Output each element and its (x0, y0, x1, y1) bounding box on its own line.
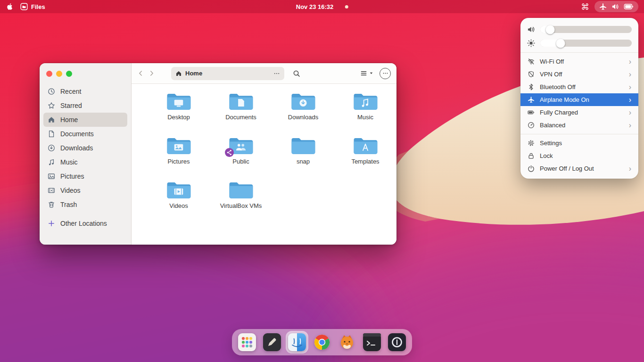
menu-item-bluetooth-off[interactable]: Bluetooth Off› (520, 81, 638, 93)
volume-slider-track[interactable] (540, 26, 632, 33)
sidebar-item-downloads[interactable]: Downloads (43, 141, 127, 155)
command-indicator-icon[interactable] (581, 3, 589, 10)
status-dot (345, 5, 348, 8)
chevron-right-icon: › (629, 71, 631, 78)
balanced-icon (528, 122, 535, 129)
menu-item-balanced[interactable]: Balanced› (520, 119, 638, 132)
sidebar-item-trash[interactable]: Trash (43, 197, 127, 212)
volume-slider-handle[interactable] (546, 25, 555, 34)
file-downloads[interactable]: Downloads (272, 91, 334, 136)
folder-icon (290, 91, 316, 111)
home-icon (175, 70, 182, 77)
topbar-right (581, 1, 638, 12)
sidebar-item-music[interactable]: Music (43, 155, 127, 169)
menu-item-lock[interactable]: Lock› (520, 149, 638, 162)
file-snap[interactable]: snap (272, 136, 334, 180)
power-icon (528, 165, 535, 172)
file-pictures[interactable]: Pictures (148, 136, 210, 180)
menu-item-power-off-log-out[interactable]: Power Off / Log Out› (520, 162, 638, 175)
file-templates[interactable]: Templates (334, 136, 396, 180)
brightness-slider-track[interactable] (540, 40, 632, 47)
fox-app-icon (338, 333, 356, 351)
volume-slider[interactable] (520, 23, 638, 36)
topbar-center: Nov 23 16:32 (296, 3, 348, 10)
dock-item-files[interactable] (288, 333, 306, 351)
folder-icon (353, 91, 378, 111)
path-menu-icon[interactable] (273, 70, 280, 77)
share-badge-icon (225, 148, 234, 157)
bluetooth-icon (528, 83, 535, 90)
pictures-icon (48, 173, 55, 180)
files-app-badge-icon (20, 3, 28, 10)
close-button[interactable] (46, 71, 52, 77)
sidebar-item-pictures[interactable]: Pictures (43, 169, 127, 183)
minimize-button[interactable] (56, 71, 62, 77)
forward-button[interactable] (148, 70, 155, 77)
terminal-app-icon (363, 333, 381, 351)
chevron-right-icon: › (629, 83, 631, 91)
sidebar: RecentStarredHomeDocumentsDownloadsMusic… (40, 63, 132, 245)
file-label: Videos (169, 202, 188, 210)
brightness-slider[interactable] (520, 36, 638, 50)
search-button[interactable] (293, 70, 300, 77)
menu-item-wi-fi-off[interactable]: Wi-Fi Off› (520, 55, 638, 68)
dock-item-editor[interactable] (263, 333, 281, 351)
sidebar-item-label: Home (60, 116, 78, 123)
home-icon (48, 116, 55, 123)
file-videos[interactable]: Videos (148, 180, 210, 224)
dock-item-app-grid[interactable] (238, 333, 256, 351)
sidebar-item-home[interactable]: Home (43, 113, 127, 127)
divider (520, 134, 638, 134)
back-button[interactable] (137, 70, 144, 77)
path-bar[interactable]: Home (171, 67, 284, 80)
menu-item-vpn-off[interactable]: VPN Off› (520, 68, 638, 81)
dock-item-terminal[interactable] (363, 333, 381, 351)
sidebar-item-other-locations[interactable]: Other Locations (43, 216, 127, 230)
file-public[interactable]: Public (210, 136, 272, 180)
battery-icon (624, 4, 634, 9)
menu-item-airplane-mode-on[interactable]: Airplane Mode On› (520, 93, 638, 106)
file-virtualbox-vms[interactable]: VirtualBox VMs (210, 180, 272, 224)
volume-icon (527, 25, 535, 33)
sidebar-item-label: Starred (60, 102, 82, 109)
dock-item-fox[interactable] (338, 333, 356, 351)
file-documents[interactable]: Documents (210, 91, 272, 136)
list-view-icon (360, 70, 367, 77)
airplane-mode-icon (599, 3, 607, 10)
battery-icon (528, 109, 535, 116)
view-toggle[interactable] (360, 70, 374, 77)
file-music[interactable]: Music (334, 91, 396, 136)
menu-item-settings[interactable]: Settings› (520, 137, 638, 149)
headerbar: Home (132, 63, 396, 84)
settings-icon (528, 140, 535, 147)
system-status-area[interactable] (594, 1, 638, 12)
chevron-right-icon: › (629, 165, 631, 173)
menu-item-label: Airplane Mode On (540, 96, 589, 103)
folder-icon (290, 136, 316, 156)
sidebar-item-label: Recent (60, 88, 81, 95)
sidebar-item-starred[interactable]: Starred (43, 99, 127, 113)
chrome-app-icon (313, 333, 331, 351)
sidebar-item-documents[interactable]: Documents (43, 127, 127, 141)
window-menu-button[interactable] (380, 68, 391, 79)
sidebar-footer-label: Other Locations (60, 220, 107, 227)
volume-icon (611, 3, 619, 10)
brightness-slider-handle[interactable] (556, 39, 565, 48)
wifi-icon (528, 58, 535, 65)
maximize-button[interactable] (66, 71, 72, 77)
starred-icon (48, 102, 55, 109)
dock-item-chrome[interactable] (313, 333, 331, 351)
menu-item-fully-charged[interactable]: Fully Charged› (520, 106, 638, 119)
apple-menu-icon[interactable] (6, 3, 13, 10)
file-desktop[interactable]: Desktop (148, 91, 210, 136)
clock[interactable]: Nov 23 16:32 (296, 3, 334, 10)
sidebar-item-videos[interactable]: Videos (43, 183, 127, 197)
dock-item-session[interactable] (388, 333, 406, 351)
file-label: Music (357, 114, 373, 122)
active-app-menu[interactable]: Files (20, 3, 45, 10)
menu-item-label: Fully Charged (540, 109, 578, 116)
sidebar-item-recent[interactable]: Recent (43, 84, 127, 99)
menu-item-label: Settings (540, 140, 562, 147)
path-label: Home (185, 70, 202, 77)
trash-icon (48, 201, 55, 208)
